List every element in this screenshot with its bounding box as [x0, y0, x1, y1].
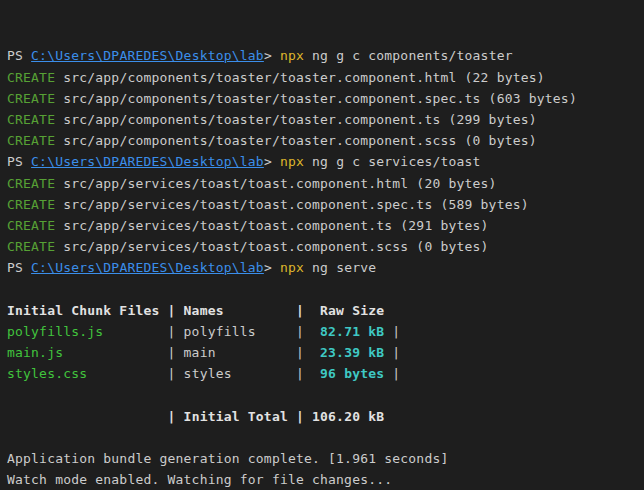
watch-mode-line: Watch mode enabled. Watching for file ch… — [7, 469, 644, 490]
blank-line — [7, 278, 644, 299]
cwd-link[interactable]: C:\Users\DPAREDES\Desktop\lab — [31, 154, 264, 169]
text-segment: src/app/services/toast/toast.component.t… — [55, 218, 488, 233]
chunk-table-header: Initial Chunk Files | Names | Raw Size — [7, 300, 644, 321]
chunk-table-row: polyfills.js | polyfills | 82.71 kB | — [7, 321, 644, 342]
text-segment: Application bundle generation complete. … — [7, 451, 448, 466]
text-segment: Watch mode enabled. Watching for file ch… — [7, 472, 392, 487]
create-line: CREATE src/app/services/toast/toast.comp… — [7, 173, 644, 194]
create-line: CREATE src/app/components/toaster/toaste… — [7, 109, 644, 130]
text-segment: polyfills.js — [7, 324, 103, 339]
text-segment: CREATE — [7, 239, 55, 254]
text-segment: src/app/services/toast/toast.component.s… — [55, 239, 488, 254]
chunk-table-total-row: | Initial Total | 106.20 kB — [7, 406, 644, 427]
text-segment: 23.39 kB — [320, 345, 384, 360]
text-segment: src/app/components/toaster/toaster.compo… — [55, 112, 537, 127]
create-line: CREATE src/app/services/toast/toast.comp… — [7, 194, 644, 215]
create-line: CREATE src/app/components/toaster/toaste… — [7, 67, 644, 88]
text-segment: | styles | — [87, 366, 320, 381]
text-segment: npx — [280, 260, 304, 275]
text-segment: PS — [7, 154, 31, 169]
text-segment: ng serve — [304, 260, 376, 275]
create-line: CREATE src/app/components/toaster/toaste… — [7, 88, 644, 109]
text-segment: src/app/components/toaster/toaster.compo… — [55, 70, 545, 85]
text-segment: | — [384, 324, 400, 339]
create-line: CREATE src/app/services/toast/toast.comp… — [7, 236, 644, 257]
text-segment: CREATE — [7, 218, 55, 233]
text-segment: src/app/components/toaster/toaster.compo… — [55, 133, 537, 148]
text-segment: | — [384, 345, 400, 360]
text-segment: | main | — [63, 345, 320, 360]
text-segment — [7, 409, 168, 424]
create-line: CREATE src/app/services/toast/toast.comp… — [7, 215, 644, 236]
prompt-line-generate-toaster: PS C:\Users\DPAREDES\Desktop\lab> npx ng… — [7, 45, 644, 66]
text-segment: | Initial Total | 106.20 kB — [168, 409, 385, 424]
text-segment: main.js — [7, 345, 63, 360]
text-segment: > — [264, 154, 280, 169]
text-segment: src/app/components/toaster/toaster.compo… — [55, 91, 577, 106]
terminal-window[interactable]: PS C:\Users\DPAREDES\Desktop\lab> npx ng… — [0, 0, 644, 490]
blank-line — [7, 384, 644, 405]
chunk-table-row: main.js | main | 23.39 kB | — [7, 342, 644, 363]
text-segment: PS — [7, 48, 31, 63]
text-segment: 82.71 kB — [320, 324, 384, 339]
text-segment: CREATE — [7, 112, 55, 127]
text-segment: | polyfills | — [103, 324, 320, 339]
cwd-link[interactable]: C:\Users\DPAREDES\Desktop\lab — [31, 260, 264, 275]
text-segment: ng g c components/toaster — [304, 48, 513, 63]
text-segment: > — [264, 260, 280, 275]
text-segment: CREATE — [7, 176, 55, 191]
text-segment: styles.css — [7, 366, 87, 381]
text-segment: npx — [280, 154, 304, 169]
text-segment: > — [264, 48, 280, 63]
text-segment: src/app/services/toast/toast.component.s… — [55, 197, 529, 212]
cwd-link[interactable]: C:\Users\DPAREDES\Desktop\lab — [31, 48, 264, 63]
text-segment: CREATE — [7, 197, 55, 212]
text-segment: CREATE — [7, 133, 55, 148]
text-segment: src/app/services/toast/toast.component.h… — [55, 176, 496, 191]
text-segment: 96 bytes — [320, 366, 384, 381]
bundle-complete-line: Application bundle generation complete. … — [7, 448, 644, 469]
text-segment: CREATE — [7, 91, 55, 106]
terminal-output: PS C:\Users\DPAREDES\Desktop\lab> npx ng… — [7, 45, 644, 490]
blank-line — [7, 427, 644, 448]
text-segment: CREATE — [7, 70, 55, 85]
create-line: CREATE src/app/components/toaster/toaste… — [7, 130, 644, 151]
text-segment: ng g c services/toast — [304, 154, 481, 169]
text-segment: npx — [280, 48, 304, 63]
prompt-line-generate-toast-service: PS C:\Users\DPAREDES\Desktop\lab> npx ng… — [7, 151, 644, 172]
chunk-table-row: styles.css | styles | 96 bytes | — [7, 363, 644, 384]
text-segment: PS — [7, 260, 31, 275]
text-segment: Initial Chunk Files | Names | Raw Size — [7, 303, 384, 318]
prompt-line-serve: PS C:\Users\DPAREDES\Desktop\lab> npx ng… — [7, 257, 644, 278]
text-segment: | — [384, 366, 400, 381]
